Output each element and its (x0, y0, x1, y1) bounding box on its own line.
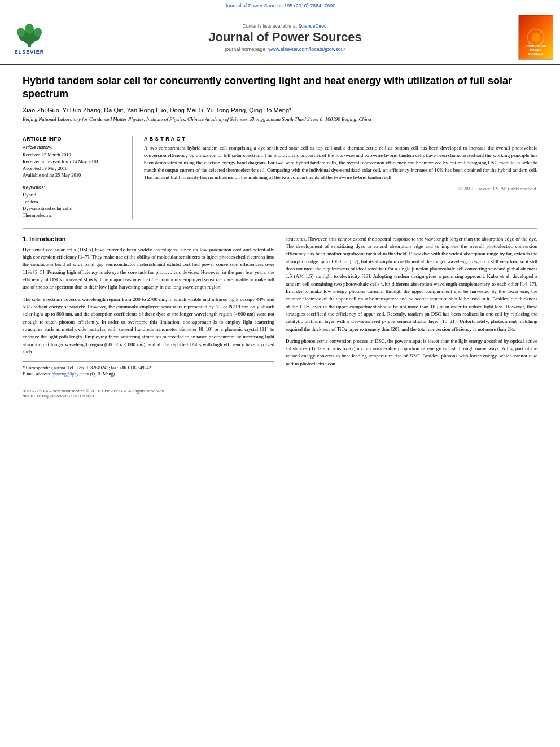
footnote-star: * Corresponding author. Tel.: +86 10 826… (23, 365, 274, 371)
bottom-bar: 0378-7753/$ – see front matter © 2010 El… (23, 385, 537, 399)
elsevier-label: ELSEVIER (15, 49, 45, 55)
elsevier-logo: ELSEVIER (7, 20, 52, 55)
affiliation: Beijing National Laboratory for Condense… (23, 116, 537, 122)
journal-header: ELSEVIER Contents lists available at Sci… (0, 10, 560, 65)
body-right-column: structures. However, this cannot extend … (286, 235, 537, 378)
online-date: Available online 25 May 2010 (23, 172, 124, 178)
keyword-dsc: Dye-sensitized solar cells (23, 206, 124, 211)
keywords-label: Keywords: (23, 185, 124, 190)
journal-citation-bar: Journal of Power Sources 195 (2010) 7684… (0, 0, 560, 10)
keyword-thermoelectric: Thermoelectric (23, 212, 124, 218)
footnote-area: * Corresponding author. Tel.: +86 10 826… (23, 361, 274, 377)
svg-point-5 (34, 28, 42, 37)
cover-text: JOURNAL OFPOWERSOURCES (520, 43, 552, 57)
journal-title: Journal of Power Sources (58, 30, 513, 45)
keywords-section: Keywords: Hybrid Tandem Dye-sensitized s… (23, 185, 124, 218)
section1-para2: The solar spectrum covers a wavelength r… (23, 296, 274, 356)
received-date: Received 22 March 2010 (23, 152, 124, 158)
revised-date: Received in revised form 14 May 2010 (23, 159, 124, 164)
abstract-column: A B S T R A C T A two-compartment hybrid… (144, 136, 537, 219)
contents-line: Contents lists available at ScienceDirec… (58, 23, 513, 29)
keyword-tandem: Tandem (23, 199, 124, 204)
history-label: Article history: (23, 145, 124, 150)
section1-para1: Dye-sensitized solar cells (DSCs) have c… (23, 246, 274, 291)
section1-heading: 1. Introduction (23, 235, 274, 242)
homepage-url[interactable]: www.elsevier.com/locate/jpowsour (268, 46, 345, 52)
sciencedirect-link[interactable]: ScienceDirect (298, 23, 327, 29)
body-columns: 1. Introduction Dye-sensitized solar cel… (23, 235, 537, 378)
abstract-text: A two-compartment hybrid tandem cell com… (144, 145, 537, 181)
elsevier-tree-icon (12, 20, 46, 48)
article-info-column: ARTICLE INFO Article history: Received 2… (23, 136, 133, 219)
journal-citation-link[interactable]: Journal of Power Sources 195 (2010) 7684… (225, 3, 336, 8)
journal-homepage: journal homepage: www.elsevier.com/locat… (58, 46, 513, 52)
keyword-hybrid: Hybrid (23, 192, 124, 198)
body-left-column: 1. Introduction Dye-sensitized solar cel… (23, 235, 274, 378)
abstract-label: A B S T R A C T (144, 136, 537, 142)
email-link[interactable]: qbmeng@iphy.ac.cn (52, 372, 89, 377)
section1-right-para2: During photoelectric conversion process … (286, 338, 537, 368)
svg-point-6 (25, 24, 34, 34)
section1-right-para1: structures. However, this cannot extend … (286, 235, 537, 333)
article-info-label: ARTICLE INFO (23, 136, 124, 142)
accepted-date: Accepted 19 May 2010 (23, 165, 124, 171)
svg-point-4 (17, 28, 25, 37)
journal-center: Contents lists available at ScienceDirec… (58, 23, 513, 52)
journal-cover-image: JOURNAL OFPOWERSOURCES (518, 15, 553, 60)
main-content: Hybrid tandem solar cell for concurrentl… (0, 65, 560, 410)
copyright-line: © 2010 Elsevier B.V. All rights reserved… (144, 186, 537, 191)
section-divider (23, 228, 537, 229)
footnote-email: E-mail address: qbmeng@iphy.ac.cn (Q.-B.… (23, 371, 274, 377)
authors: Xiao-Zhi Guo, Yi-Duo Zhang, Da Qin, Yan-… (23, 107, 537, 113)
doi-line: doi:10.1016/j.jpowsour.2010.05.033 (23, 394, 537, 399)
info-abstract-section: ARTICLE INFO Article history: Received 2… (23, 130, 537, 219)
issn-line: 0378-7753/$ – see front matter © 2010 El… (23, 388, 537, 394)
article-title: Hybrid tandem solar cell for concurrentl… (23, 75, 537, 101)
svg-point-11 (531, 33, 540, 41)
